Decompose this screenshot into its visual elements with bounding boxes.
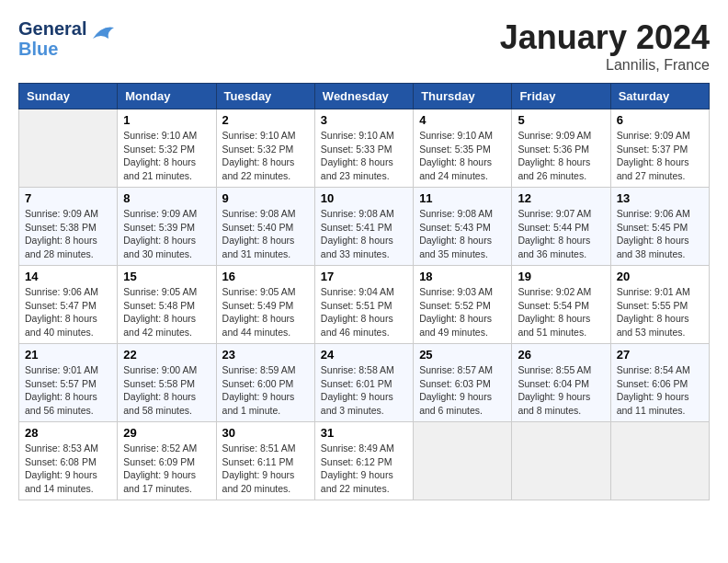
calendar-week-row: 1Sunrise: 9:10 AMSunset: 5:32 PMDaylight… [19,109,710,188]
day-info: Sunrise: 8:51 AMSunset: 6:11 PMDaylight:… [222,442,309,496]
calendar-day-cell: 31Sunrise: 8:49 AMSunset: 6:12 PMDayligh… [314,422,413,500]
page-header: General Blue January 2024 Lannilis, Fran… [18,18,710,74]
calendar-day-cell [610,422,709,500]
calendar-day-cell: 9Sunrise: 9:08 AMSunset: 5:40 PMDaylight… [216,188,314,266]
day-number: 1 [123,113,210,127]
calendar-day-cell: 5Sunrise: 9:09 AMSunset: 5:36 PMDaylight… [512,109,610,188]
weekday-header-thursday: Thursday [414,84,512,109]
calendar-day-cell: 17Sunrise: 9:04 AMSunset: 5:51 PMDayligh… [314,266,413,344]
day-number: 18 [419,270,506,283]
calendar-day-cell: 24Sunrise: 8:58 AMSunset: 6:01 PMDayligh… [314,344,413,422]
day-number: 23 [222,348,309,362]
calendar-day-cell: 11Sunrise: 9:08 AMSunset: 5:43 PMDayligh… [414,188,512,266]
weekday-header-wednesday: Wednesday [314,84,413,109]
day-info: Sunrise: 8:57 AMSunset: 6:03 PMDaylight:… [419,363,506,418]
day-info: Sunrise: 8:59 AMSunset: 6:00 PMDaylight:… [222,363,309,418]
day-number: 2 [222,113,309,127]
calendar-day-cell: 1Sunrise: 9:10 AMSunset: 5:32 PMDaylight… [118,109,216,188]
title-block: January 2024 Lannilis, France [500,18,710,74]
calendar-day-cell: 21Sunrise: 9:01 AMSunset: 5:57 PMDayligh… [19,344,118,422]
weekday-header-tuesday: Tuesday [216,84,314,109]
day-number: 5 [518,113,604,127]
day-number: 24 [321,348,407,362]
calendar-day-cell: 28Sunrise: 8:53 AMSunset: 6:08 PMDayligh… [19,422,118,500]
month-title: January 2024 [500,18,710,57]
day-number: 17 [321,270,407,283]
calendar-day-cell: 25Sunrise: 8:57 AMSunset: 6:03 PMDayligh… [414,344,512,422]
calendar-day-cell: 20Sunrise: 9:01 AMSunset: 5:55 PMDayligh… [610,266,709,344]
logo-general: General [18,18,86,39]
calendar-day-cell: 6Sunrise: 9:09 AMSunset: 5:37 PMDaylight… [610,109,709,188]
calendar-week-row: 28Sunrise: 8:53 AMSunset: 6:08 PMDayligh… [19,422,710,500]
day-info: Sunrise: 9:07 AMSunset: 5:44 PMDaylight:… [518,207,604,261]
day-number: 27 [617,348,703,362]
day-info: Sunrise: 9:01 AMSunset: 5:55 PMDaylight:… [617,285,703,339]
logo-bird-icon [88,20,116,48]
day-number: 8 [123,191,210,205]
day-info: Sunrise: 9:06 AMSunset: 5:45 PMDaylight:… [617,207,703,261]
calendar-day-cell: 8Sunrise: 9:09 AMSunset: 5:39 PMDaylight… [118,188,216,266]
calendar-day-cell: 7Sunrise: 9:09 AMSunset: 5:38 PMDaylight… [19,188,118,266]
calendar-day-cell: 22Sunrise: 9:00 AMSunset: 5:58 PMDayligh… [118,344,216,422]
day-number: 9 [222,191,309,205]
logo-text-block: General Blue [18,18,86,59]
day-info: Sunrise: 9:01 AMSunset: 5:57 PMDaylight:… [25,363,111,418]
calendar-day-cell: 3Sunrise: 9:10 AMSunset: 5:33 PMDaylight… [314,109,413,188]
day-number: 31 [321,426,407,440]
calendar-table: SundayMondayTuesdayWednesdayThursdayFrid… [18,83,710,500]
weekday-header-sunday: Sunday [19,84,118,109]
calendar-day-cell: 18Sunrise: 9:03 AMSunset: 5:52 PMDayligh… [414,266,512,344]
day-info: Sunrise: 9:05 AMSunset: 5:49 PMDaylight:… [222,285,309,339]
day-info: Sunrise: 9:09 AMSunset: 5:37 PMDaylight:… [617,129,703,183]
day-info: Sunrise: 9:09 AMSunset: 5:38 PMDaylight:… [25,207,111,261]
day-info: Sunrise: 9:10 AMSunset: 5:33 PMDaylight:… [321,129,407,183]
calendar-day-cell: 15Sunrise: 9:05 AMSunset: 5:48 PMDayligh… [118,266,216,344]
day-number: 26 [518,348,604,362]
day-info: Sunrise: 9:04 AMSunset: 5:51 PMDaylight:… [321,285,407,339]
calendar-day-cell: 4Sunrise: 9:10 AMSunset: 5:35 PMDaylight… [414,109,512,188]
calendar-day-cell: 12Sunrise: 9:07 AMSunset: 5:44 PMDayligh… [512,188,610,266]
calendar-week-row: 7Sunrise: 9:09 AMSunset: 5:38 PMDaylight… [19,188,710,266]
logo-container: General Blue [18,18,116,59]
day-number: 29 [123,426,210,440]
day-info: Sunrise: 9:08 AMSunset: 5:43 PMDaylight:… [419,207,506,261]
day-info: Sunrise: 8:54 AMSunset: 6:06 PMDaylight:… [617,363,703,418]
day-info: Sunrise: 8:49 AMSunset: 6:12 PMDaylight:… [321,442,407,496]
day-info: Sunrise: 9:10 AMSunset: 5:35 PMDaylight:… [419,129,506,183]
calendar-day-cell: 29Sunrise: 8:52 AMSunset: 6:09 PMDayligh… [118,422,216,500]
day-number: 21 [25,348,111,362]
day-info: Sunrise: 9:09 AMSunset: 5:36 PMDaylight:… [518,129,604,183]
day-number: 7 [25,191,111,205]
calendar-day-cell: 26Sunrise: 8:55 AMSunset: 6:04 PMDayligh… [512,344,610,422]
day-info: Sunrise: 9:02 AMSunset: 5:54 PMDaylight:… [518,285,604,339]
day-number: 19 [518,270,604,283]
weekday-header-monday: Monday [118,84,216,109]
day-info: Sunrise: 8:53 AMSunset: 6:08 PMDaylight:… [25,442,111,496]
location-title: Lannilis, France [500,57,710,74]
calendar-day-cell: 27Sunrise: 8:54 AMSunset: 6:06 PMDayligh… [610,344,709,422]
calendar-day-cell [512,422,610,500]
day-number: 3 [321,113,407,127]
calendar-day-cell: 23Sunrise: 8:59 AMSunset: 6:00 PMDayligh… [216,344,314,422]
day-info: Sunrise: 9:09 AMSunset: 5:39 PMDaylight:… [123,207,210,261]
day-info: Sunrise: 9:10 AMSunset: 5:32 PMDaylight:… [123,129,210,183]
day-number: 12 [518,191,604,205]
calendar-day-cell: 16Sunrise: 9:05 AMSunset: 5:49 PMDayligh… [216,266,314,344]
day-info: Sunrise: 9:08 AMSunset: 5:40 PMDaylight:… [222,207,309,261]
calendar-day-cell [414,422,512,500]
weekday-header-saturday: Saturday [610,84,709,109]
day-number: 16 [222,270,309,283]
day-info: Sunrise: 8:58 AMSunset: 6:01 PMDaylight:… [321,363,407,418]
calendar-day-cell: 13Sunrise: 9:06 AMSunset: 5:45 PMDayligh… [610,188,709,266]
calendar-day-cell: 30Sunrise: 8:51 AMSunset: 6:11 PMDayligh… [216,422,314,500]
day-number: 6 [617,113,703,127]
day-info: Sunrise: 9:05 AMSunset: 5:48 PMDaylight:… [123,285,210,339]
weekday-header-row: SundayMondayTuesdayWednesdayThursdayFrid… [19,84,710,109]
logo: General Blue [18,18,116,59]
day-info: Sunrise: 9:10 AMSunset: 5:32 PMDaylight:… [222,129,309,183]
day-number: 30 [222,426,309,440]
day-number: 11 [419,191,506,205]
calendar-day-cell: 10Sunrise: 9:08 AMSunset: 5:41 PMDayligh… [314,188,413,266]
calendar-day-cell: 14Sunrise: 9:06 AMSunset: 5:47 PMDayligh… [19,266,118,344]
day-info: Sunrise: 8:55 AMSunset: 6:04 PMDaylight:… [518,363,604,418]
